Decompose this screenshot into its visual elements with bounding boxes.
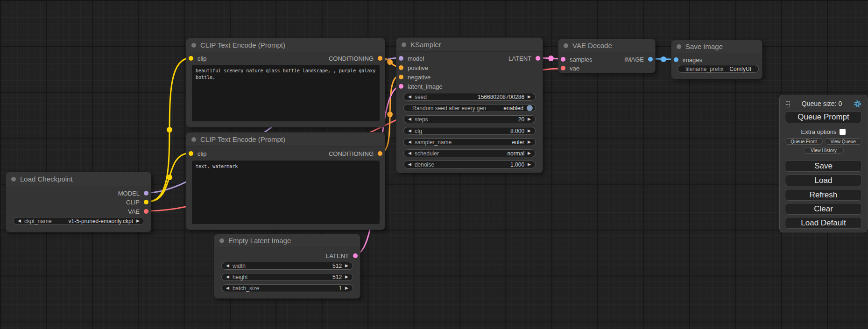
arrow-right-icon[interactable]: ▶	[136, 219, 140, 223]
arrow-right-icon[interactable]: ▶	[345, 275, 348, 279]
save-button[interactable]: Save	[785, 160, 862, 172]
arrow-left-icon[interactable]: ◀	[408, 129, 411, 133]
widget-height[interactable]: ◀ height 512 ▶	[221, 273, 353, 281]
input-slot-samples[interactable]: samples	[561, 55, 592, 63]
node-save-image[interactable]: Save Image images filename_prefix ComfyU…	[671, 40, 762, 79]
node-title-bar[interactable]: Load Checkpoint	[6, 172, 151, 186]
queue-front-button[interactable]: Queue Front	[785, 138, 823, 145]
node-title-bar[interactable]: CLIP Text Encode (Prompt)	[186, 133, 385, 147]
view-history-button[interactable]: View History	[804, 147, 844, 154]
widget-denoise[interactable]: ◀ denoise 1.000 ▶	[403, 161, 536, 168]
arrow-left-icon[interactable]: ◀	[408, 117, 411, 121]
input-slot-vae[interactable]: vae	[561, 64, 579, 72]
input-slot-positive[interactable]: positive	[399, 63, 428, 72]
output-slot-model[interactable]: MODEL	[118, 189, 148, 197]
widget-filename-prefix[interactable]: filename_prefix ComfyUI	[677, 65, 759, 73]
prompt-textarea[interactable]: beautiful scenery nature glass bottle la…	[192, 65, 380, 121]
input-slot-latent-image[interactable]: latent_image	[399, 82, 442, 91]
prompt-textarea[interactable]: text, watermark	[192, 161, 380, 224]
collapse-dot-icon[interactable]	[191, 137, 196, 142]
arrow-right-icon[interactable]: ▶	[528, 117, 531, 121]
node-clip-text-encode-positive[interactable]: CLIP Text Encode (Prompt) clip CONDITION…	[186, 38, 385, 127]
arrow-right-icon[interactable]: ▶	[528, 129, 531, 133]
widget-cfg[interactable]: ◀ cfg 8.000 ▶	[403, 127, 536, 135]
input-slot-negative[interactable]: negative	[399, 73, 430, 81]
latent-image-input-dot[interactable]	[399, 84, 403, 89]
clip-input-dot[interactable]	[189, 56, 193, 61]
output-slot-latent[interactable]: LATENT	[508, 54, 540, 63]
comfyui-canvas[interactable]: { "colors": { "model": "#b39ddb", "clip"…	[0, 0, 868, 329]
arrow-left-icon[interactable]: ◀	[408, 162, 411, 167]
widget-scheduler[interactable]: ◀ scheduler normal ▶	[403, 149, 536, 157]
load-button[interactable]: Load	[785, 175, 862, 186]
collapse-dot-icon[interactable]	[677, 44, 681, 49]
view-queue-button[interactable]: View Queue	[825, 138, 862, 145]
positive-input-dot[interactable]	[399, 65, 403, 70]
images-input-dot[interactable]	[674, 57, 678, 62]
node-title-bar[interactable]: VAE Decode	[558, 39, 655, 52]
vae-input-dot[interactable]	[561, 66, 565, 70]
widget-batch-size[interactable]: ◀ batch_size 1 ▶	[221, 284, 353, 292]
output-slot-conditioning[interactable]: CONDITIONING	[329, 149, 382, 158]
node-ksampler[interactable]: KSampler model LATENT positive negative …	[396, 37, 543, 173]
queue-prompt-button[interactable]: Queue Prompt	[785, 111, 862, 123]
arrow-left-icon[interactable]: ◀	[408, 95, 411, 99]
widget-ckpt-name[interactable]: ◀ ckpt_name v1-5-pruned-emaonly.ckpt ▶	[13, 217, 144, 225]
gear-icon[interactable]	[854, 100, 861, 108]
clear-button[interactable]: Clear	[785, 203, 862, 215]
widget-steps[interactable]: ◀ steps 20 ▶	[403, 115, 536, 123]
arrow-left-icon[interactable]: ◀	[226, 275, 229, 279]
refresh-button[interactable]: Refresh	[785, 189, 862, 201]
arrow-right-icon[interactable]: ▶	[345, 264, 348, 268]
widget-width[interactable]: ◀ width 512 ▶	[221, 262, 353, 270]
node-load-checkpoint[interactable]: Load Checkpoint MODEL CLIP VAE ◀ ckpt_na…	[6, 172, 151, 232]
load-default-button[interactable]: Load Default	[785, 217, 862, 229]
model-input-dot[interactable]	[399, 56, 403, 61]
model-output-dot[interactable]	[144, 191, 148, 196]
arrow-left-icon[interactable]: ◀	[408, 151, 411, 155]
input-slot-clip[interactable]: clip	[189, 149, 207, 158]
negative-input-dot[interactable]	[399, 75, 403, 79]
node-vae-decode[interactable]: VAE Decode samples IMAGE vae	[558, 39, 656, 73]
arrow-left-icon[interactable]: ◀	[226, 264, 229, 268]
arrow-right-icon[interactable]: ▶	[528, 140, 531, 144]
node-title-bar[interactable]: Save Image	[671, 40, 762, 53]
input-slot-model[interactable]: model	[399, 54, 424, 63]
samples-input-dot[interactable]	[561, 57, 565, 62]
node-clip-text-encode-negative[interactable]: CLIP Text Encode (Prompt) clip CONDITION…	[186, 132, 385, 230]
arrow-left-icon[interactable]: ◀	[18, 219, 21, 223]
conditioning-output-dot[interactable]	[378, 56, 382, 61]
output-slot-conditioning[interactable]: CONDITIONING	[329, 54, 382, 63]
node-empty-latent-image[interactable]: Empty Latent Image LATENT ◀ width 512 ▶ …	[214, 234, 360, 299]
collapse-dot-icon[interactable]	[402, 42, 406, 47]
arrow-right-icon[interactable]: ▶	[528, 95, 531, 99]
node-title-bar[interactable]: CLIP Text Encode (Prompt)	[186, 38, 385, 52]
widget-seed[interactable]: ◀ seed 156680208700286 ▶	[403, 93, 536, 101]
node-title-bar[interactable]: Empty Latent Image	[214, 234, 360, 247]
conditioning-output-dot[interactable]	[378, 151, 382, 156]
arrow-right-icon[interactable]: ▶	[528, 151, 531, 155]
widget-random-seed-toggle[interactable]: Random seed after every gen enabled	[403, 104, 536, 112]
latent-output-dot[interactable]	[353, 253, 358, 258]
input-slot-clip[interactable]: clip	[189, 54, 207, 63]
collapse-dot-icon[interactable]	[564, 43, 568, 48]
output-slot-vae[interactable]: VAE	[128, 207, 148, 216]
image-output-dot[interactable]	[648, 57, 653, 62]
drag-handle-icon[interactable]	[785, 100, 790, 107]
node-title-bar[interactable]: KSampler	[396, 38, 543, 52]
arrow-right-icon[interactable]: ▶	[345, 286, 348, 290]
output-slot-clip[interactable]: CLIP	[126, 198, 148, 206]
output-slot-latent[interactable]: LATENT	[326, 252, 358, 260]
vae-output-dot[interactable]	[144, 209, 148, 214]
output-slot-image[interactable]: IMAGE	[624, 55, 653, 63]
input-slot-images[interactable]: images	[674, 56, 702, 64]
extra-options-checkbox[interactable]	[840, 129, 846, 135]
clip-input-dot[interactable]	[189, 151, 193, 156]
toggle-enabled-icon[interactable]	[527, 105, 533, 111]
latent-output-dot[interactable]	[536, 56, 540, 61]
arrow-left-icon[interactable]: ◀	[226, 286, 229, 290]
arrow-right-icon[interactable]: ▶	[528, 162, 531, 167]
clip-output-dot[interactable]	[144, 200, 148, 204]
widget-sampler-name[interactable]: ◀ sampler_name euler ▶	[403, 138, 536, 146]
collapse-dot-icon[interactable]	[11, 177, 16, 182]
